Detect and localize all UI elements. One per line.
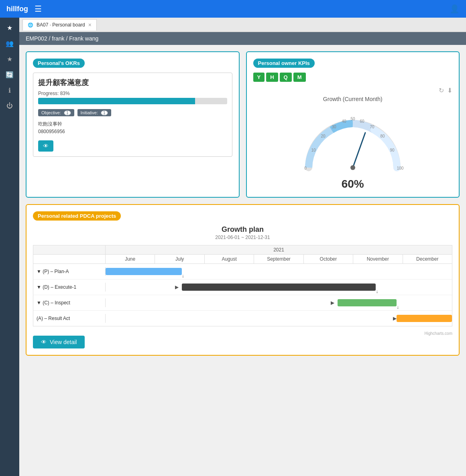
gantt-month-june: June: [106, 255, 155, 263]
gantt-chart-subtitle: 2021-06-01 ~ 2021-12-31: [33, 235, 452, 240]
kpi-btn-y[interactable]: Y: [253, 73, 265, 82]
kpi-btn-q[interactable]: Q: [280, 73, 292, 82]
tab-personal-board[interactable]: 🌐 BA07 · Personal board ×: [22, 19, 97, 30]
gantt-arrow-plan-a: ↓: [182, 273, 184, 279]
gantt-row-result: (A) – Result Act ▶: [33, 311, 452, 326]
view-detail-button[interactable]: 👁 View detail: [33, 336, 85, 348]
gantt-label-spacer: [33, 245, 106, 254]
gantt-bar-result: [397, 315, 452, 322]
contact-name: 吃飽沒事幹: [38, 120, 227, 128]
gantt-header-label-col: [33, 255, 106, 263]
highcharts-credit: Highcharts.com: [33, 331, 452, 336]
contact-phone: 0800956956: [38, 128, 227, 136]
gantt-month-september: September: [254, 255, 303, 263]
sidebar-icon-star1[interactable]: ★: [7, 24, 12, 32]
gantt-month-november: November: [353, 255, 403, 263]
gantt-bar-plan-a: [106, 268, 182, 275]
breadcrumb: EMP002 / frank / Frank wang: [19, 32, 466, 45]
sidebar-icon-users[interactable]: 👥: [6, 40, 14, 47]
okr-card: Personal's OKRs 提升顧客滿意度 Progress: 83% Ob…: [26, 51, 240, 198]
arrow-execute: ▶: [175, 284, 179, 290]
arrow-inspect: ▶: [331, 300, 334, 306]
eye-icon-detail: 👁: [41, 339, 47, 345]
main-content: 🌐 BA07 · Personal board × EMP002 / frank…: [19, 18, 466, 476]
svg-text:70: 70: [370, 125, 374, 129]
gantt-month-august: August: [205, 255, 254, 263]
eye-button[interactable]: 👁: [38, 140, 53, 152]
gantt-chart-inspect: ▶ ↓: [106, 295, 452, 310]
app-layout: ★ 👥 ★ 🔄 ℹ ⏻ 🌐 BA07 · Personal board × EM…: [0, 18, 466, 476]
kpi-card-title: Personal owner KPIs: [253, 59, 315, 68]
tab-label: BA07 · Personal board: [37, 22, 85, 28]
page-content: Personal's OKRs 提升顧客滿意度 Progress: 83% Ob…: [19, 45, 466, 362]
svg-text:90: 90: [390, 148, 395, 152]
gantt-month-october: October: [304, 255, 353, 263]
hamburger-icon[interactable]: ☰: [35, 4, 42, 14]
gantt-label-plan-a: ▼ (P) – Plan-A: [33, 267, 106, 276]
kpi-btn-m[interactable]: M: [293, 73, 306, 82]
objective-count: 1: [64, 110, 71, 115]
refresh-icon[interactable]: ↻: [439, 87, 444, 94]
top-nav: hillfog ☰ 👤: [0, 0, 466, 18]
svg-text:40: 40: [342, 119, 346, 124]
svg-text:100: 100: [397, 166, 403, 170]
pdca-card: Personal related PDCA projects Growth pl…: [26, 204, 460, 356]
gantt-chart-execute: ▶ ↓: [106, 280, 452, 295]
sidebar: ★ 👥 ★ 🔄 ℹ ⏻: [0, 18, 19, 476]
progress-bar-fill: [38, 98, 195, 104]
svg-text:50: 50: [350, 117, 355, 121]
progress-label: Progress: 83%: [38, 91, 227, 96]
tab-close-icon[interactable]: ×: [88, 22, 92, 28]
kpi-btn-h[interactable]: H: [266, 73, 278, 82]
svg-text:60: 60: [360, 119, 364, 124]
download-icon[interactable]: ⬇: [447, 87, 452, 94]
gantt-year-label: 2021: [106, 245, 452, 254]
gantt-year-row: 2021: [33, 245, 452, 255]
gantt-chart: 2021 June July August September October …: [33, 245, 452, 326]
cards-row: Personal's OKRs 提升顧客滿意度 Progress: 83% Ob…: [26, 51, 460, 198]
gantt-chart-result: ▶: [106, 311, 452, 326]
contact-info: 吃飽沒事幹 0800956956: [38, 120, 227, 136]
gantt-chart-plan-a: ↓: [106, 264, 452, 279]
sidebar-icon-power[interactable]: ⏻: [6, 102, 13, 109]
kpi-btn-row: Y H Q M: [253, 73, 453, 82]
gantt-month-headers: June July August September October Novem…: [33, 255, 452, 264]
sidebar-icon-star2[interactable]: ★: [7, 55, 12, 63]
brand-logo: hillfog: [6, 5, 28, 13]
gantt-label-execute: ▼ (D) – Execute-1: [33, 283, 106, 292]
okr-item: 提升顧客滿意度 Progress: 83% Objective: 1 Initi…: [33, 73, 232, 157]
user-icon[interactable]: 👤: [450, 4, 460, 14]
gantt-months: June July August September October Novem…: [106, 255, 452, 263]
gantt-row-inspect: ▼ (C) – Inspect ▶ ↓: [33, 295, 452, 311]
gantt-label-result: (A) – Result Act: [33, 314, 106, 323]
pdca-card-title: Personal related PDCA projects: [33, 211, 121, 221]
svg-point-12: [350, 165, 355, 170]
gauge-container: 0 10 20 30 40 50 60 70 80 90 100: [253, 105, 453, 182]
tab-bar: 🌐 BA07 · Personal board ×: [19, 18, 466, 32]
gantt-label-inspect: ▼ (C) – Inspect: [33, 298, 106, 307]
kpi-card: Personal owner KPIs Y H Q M ↻ ⬇ Growth (…: [246, 51, 460, 198]
sidebar-icon-info[interactable]: ℹ: [8, 87, 11, 94]
gauge-title: Growth (Current Month): [253, 96, 453, 102]
gantt-month-july: July: [155, 255, 204, 263]
gantt-arrow-inspect: ↓: [397, 304, 399, 310]
initiative-count: 1: [101, 110, 108, 115]
kpi-actions: ↻ ⬇: [253, 87, 453, 94]
svg-text:0: 0: [304, 166, 307, 170]
initiative-badge: Initiative: 1: [77, 109, 111, 116]
okr-title: 提升顧客滿意度: [38, 78, 227, 87]
svg-text:30: 30: [332, 125, 336, 129]
sidebar-icon-refresh[interactable]: 🔄: [6, 71, 14, 79]
svg-text:80: 80: [380, 134, 385, 138]
nav-left: hillfog ☰: [6, 4, 42, 14]
svg-text:20: 20: [321, 134, 326, 138]
gantt-bar-inspect: [338, 299, 397, 306]
objective-badge: Objective: 1: [38, 109, 74, 116]
progress-bar-wrap: [38, 98, 227, 104]
svg-line-11: [353, 133, 365, 168]
okr-card-title: Personal's OKRs: [33, 59, 85, 68]
gantt-bar-execute: [182, 284, 376, 291]
gauge-value: 60%: [253, 178, 453, 190]
gantt-arrow-execute: ↓: [376, 289, 378, 294]
gantt-row-plan-a: ▼ (P) – Plan-A ↓: [33, 264, 452, 280]
